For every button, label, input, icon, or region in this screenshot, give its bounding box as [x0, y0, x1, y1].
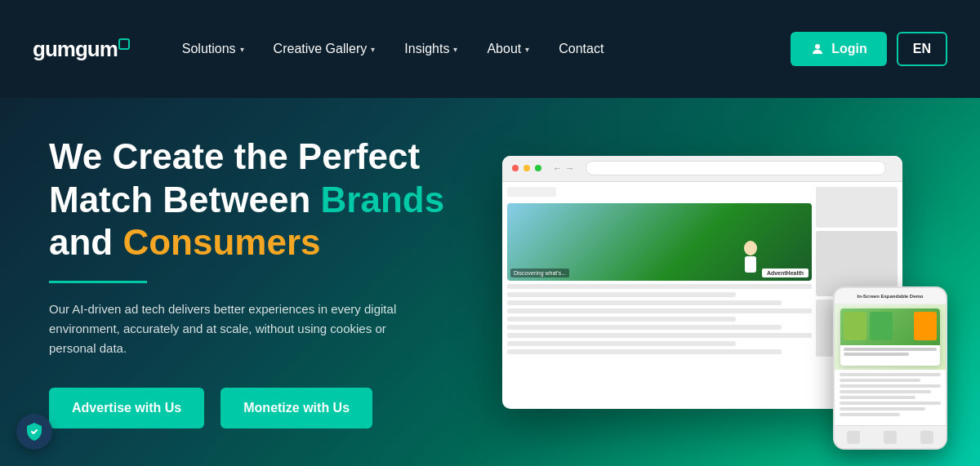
person-silhouette	[738, 240, 763, 281]
mobile-line-7	[840, 407, 925, 411]
text-line-3	[507, 300, 782, 305]
nav-item-about[interactable]: About ▾	[475, 35, 541, 63]
mobile-line-8	[840, 413, 900, 416]
security-badge[interactable]	[16, 414, 52, 450]
nav-item-insights[interactable]: Insights ▾	[393, 35, 469, 63]
hero-section: We Create the Perfect Match Between Bran…	[0, 98, 980, 466]
text-line-2	[507, 292, 736, 297]
browser-main-content: Discovering what's... AdventHealth	[507, 187, 812, 404]
sidebar-ad-1	[816, 187, 898, 228]
mobile-header: In-Screen Expandable Demo	[835, 288, 946, 304]
mobile-mockup: In-Screen Expandable Demo	[833, 286, 947, 450]
browser-minimize-dot	[523, 165, 530, 171]
login-button[interactable]: Login	[791, 32, 887, 66]
logo[interactable]: gumgum	[33, 37, 130, 62]
browser-url-bar	[586, 161, 886, 175]
mobile-ad-text	[840, 345, 940, 360]
product-image-2	[870, 312, 893, 340]
logo-text: gumgum	[33, 37, 118, 62]
hero-buttons: Advertise with Us Monetize with Us	[49, 388, 474, 428]
nav-actions: Login EN	[791, 32, 947, 66]
mobile-line-2	[840, 379, 920, 382]
mobile-text-2	[844, 353, 909, 356]
hero-visual: ← → Discovering what'	[474, 98, 931, 466]
chevron-down-icon: ▾	[453, 45, 457, 54]
text-line-7	[507, 333, 812, 338]
svg-rect-2	[745, 256, 756, 273]
text-line-9	[507, 349, 782, 354]
chevron-down-icon: ▾	[371, 45, 375, 54]
user-icon	[810, 42, 825, 56]
mobile-nav-menu	[920, 431, 933, 444]
ad-discovery-label: Discovering what's...	[510, 269, 569, 277]
browser-site-logo	[507, 187, 556, 197]
mobile-ad-block	[835, 304, 946, 370]
advertise-button[interactable]: Advertise with Us	[49, 388, 204, 428]
ad-brand-label: AdventHealth	[762, 269, 808, 277]
browser-close-dot	[512, 165, 519, 171]
text-line-5	[507, 317, 736, 322]
nav-item-solutions[interactable]: Solutions ▾	[171, 35, 256, 63]
navbar: gumgum Solutions ▾ Creative Gallery ▾ In…	[0, 0, 980, 98]
mobile-line-4	[840, 390, 931, 393]
mobile-ad-image	[840, 308, 940, 345]
nav-item-creative-gallery[interactable]: Creative Gallery ▾	[262, 35, 387, 63]
svg-point-0	[815, 44, 820, 49]
product-image-1	[844, 312, 866, 340]
mobile-line-6	[840, 402, 941, 405]
browser-bar: ← →	[502, 156, 902, 182]
language-button[interactable]: EN	[897, 32, 947, 66]
chevron-down-icon: ▾	[240, 45, 244, 54]
mobile-nav-home	[847, 431, 860, 444]
forward-icon: →	[565, 163, 574, 173]
mobile-line-3	[840, 384, 941, 388]
svg-point-1	[744, 241, 757, 255]
mobile-bottom-nav	[835, 425, 946, 448]
mobile-line-1	[840, 373, 941, 376]
product-image-3	[914, 312, 937, 340]
chevron-down-icon: ▾	[525, 45, 529, 54]
hero-title: We Create the Perfect Match Between Bran…	[49, 135, 474, 264]
browser-nav-icons: ← →	[553, 163, 574, 173]
nav-item-contact[interactable]: Contact	[547, 35, 615, 63]
mobile-line-5	[840, 396, 915, 399]
hero-description: Our AI-driven ad tech delivers better ex…	[49, 300, 425, 358]
title-divider	[49, 281, 147, 283]
mobile-text-1	[844, 348, 937, 351]
back-icon: ←	[553, 163, 562, 173]
logo-cube-icon	[118, 38, 130, 50]
monetize-button[interactable]: Monetize with Us	[220, 388, 372, 428]
browser-ad-image: Discovering what's... AdventHealth	[507, 203, 812, 281]
nav-links: Solutions ▾ Creative Gallery ▾ Insights …	[171, 35, 791, 63]
shield-icon	[25, 422, 43, 442]
mobile-nav-search	[884, 431, 897, 444]
mobile-content-lines	[835, 370, 946, 419]
text-line-8	[507, 341, 736, 346]
text-line-6	[507, 325, 782, 330]
text-line-1	[507, 284, 812, 289]
browser-expand-dot	[535, 165, 541, 171]
mobile-ad-card	[840, 308, 940, 366]
text-line-4	[507, 308, 812, 313]
hero-content: We Create the Perfect Match Between Bran…	[49, 135, 474, 428]
